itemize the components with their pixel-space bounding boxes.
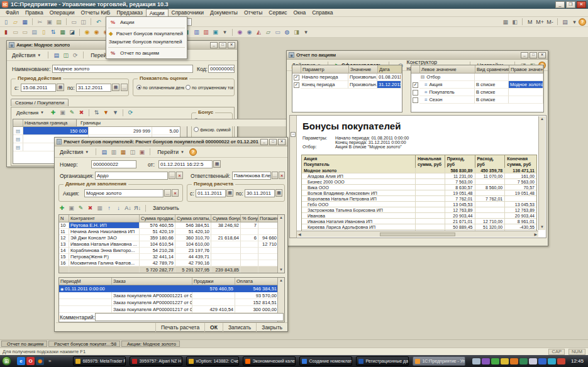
table-row[interactable]: Вика ООО8 630,578 560,0070,57 — [302, 185, 536, 190]
table-row[interactable]: Заказ покупателя АР000001221 от 09...93 … — [59, 292, 284, 299]
settings-icon[interactable]: ◨ — [292, 28, 301, 36]
copy-window-icon[interactable]: ◫ — [62, 51, 70, 59]
minimize-button[interactable]: _ — [260, 139, 268, 145]
undo-icon[interactable]: ↶ — [94, 18, 103, 26]
goto-button[interactable]: Перейти▼ — [154, 148, 187, 156]
chevron-icon[interactable]: » — [48, 358, 51, 364]
radio-fixed[interactable]: фиксир. суммой — [194, 127, 233, 132]
doc-teal-icon[interactable]: ▣ — [211, 28, 219, 36]
menu-item[interactable]: Файл — [3, 9, 22, 16]
post-icon[interactable]: ▥ — [109, 148, 118, 156]
save-close-icon[interactable]: ▤ — [52, 51, 60, 59]
report-book-icon[interactable]: ▮ — [2, 28, 10, 36]
print-doc-icon[interactable]: ▭ — [11, 28, 19, 36]
actions-button[interactable]: Действия▼ — [13, 109, 47, 117]
actions-button[interactable]: Действия▼ — [57, 148, 92, 156]
money-icon[interactable]: ◉ — [83, 28, 91, 36]
tab-bounds[interactable]: Границы — [76, 119, 306, 126]
opera-icon[interactable]: O — [26, 357, 35, 365]
exchange-icon[interactable]: ⇅ — [49, 28, 57, 36]
table-row[interactable]: Киреева Лариса Адольфовна ИП50 889,4551 … — [302, 224, 536, 230]
table-row[interactable]: Отбор — [411, 74, 543, 81]
tray-alert-icon[interactable] — [510, 358, 518, 364]
delete-icon[interactable]: ✖ — [86, 204, 94, 212]
close-button[interactable]: ✕ — [577, 1, 586, 8]
table-row[interactable]: 16Москвитина Галина Фаатов...42 789,7942… — [59, 260, 284, 266]
sheet-icon[interactable]: ▯ — [40, 28, 48, 36]
user-icon[interactable]: ◉ — [236, 28, 244, 36]
help-icon[interactable]: ? — [579, 18, 586, 26]
table-row[interactable]: 15Петрова(Женя Р.)32 441,1444 439,71 — [59, 254, 284, 260]
number-input[interactable]: 000000022 — [91, 160, 136, 168]
menu-item[interactable]: ◆Расчет бонусов покупателей — [106, 30, 187, 38]
table-row[interactable]: Агадова Алия ИП11 231,0011 070,00161,00 — [302, 173, 536, 179]
sort-za-icon[interactable]: Я↓ — [133, 204, 141, 212]
collapse-group-icon[interactable]: − — [291, 132, 296, 137]
taskbar-button[interactable]: Регистрационные да... — [356, 356, 409, 366]
calendar-icon[interactable]: ▦ — [213, 160, 221, 168]
paste-icon[interactable]: ▤ — [55, 18, 63, 26]
dialog-button[interactable]: Печать расчета — [155, 323, 204, 332]
filter-body[interactable]: Отбор✓АкцияВ спискеМодное золотоПокупате… — [411, 74, 543, 104]
calendar-icon[interactable]: ▦ — [275, 189, 282, 197]
table-row[interactable]: Воропаева Наталья Петровна ИП7 762,017 7… — [302, 196, 536, 202]
taskbar-button[interactable]: Экономический кале... — [243, 356, 296, 366]
table-row[interactable]: 13Иванова Наталья Ивановна ...104 610,54… — [59, 241, 284, 248]
table-row[interactable]: Левое значениеВид сравненияПравое значен… — [411, 65, 543, 74]
order-icon[interactable]: ⇅ — [92, 109, 101, 117]
table-row[interactable]: 150 000299 9995,00 — [13, 127, 187, 135]
start-button[interactable]: ⊞ — [2, 356, 11, 366]
copy-row-icon[interactable]: ▣ — [67, 204, 75, 212]
actions-button[interactable]: Действия▼ — [9, 51, 44, 60]
scrollbar-vertical[interactable]: ▲▼ — [277, 215, 284, 273]
menu-item[interactable]: Сервис — [265, 9, 290, 16]
minimize-button[interactable]: _ — [521, 52, 528, 58]
refresh-icon[interactable]: ⟳ — [126, 109, 135, 117]
save-icon[interactable]: ▦ — [21, 18, 29, 26]
firefox-icon[interactable]: ◉ — [36, 357, 44, 365]
add-icon[interactable]: ✚ — [58, 204, 66, 212]
sort-az-icon[interactable]: A↓ — [124, 204, 132, 212]
menu-item[interactable]: %Отчет по акциям — [106, 49, 187, 57]
grid-icon[interactable]: ▦ — [501, 18, 509, 26]
doc-date-input[interactable]: 01.12.2011 16:22:5 — [158, 160, 213, 168]
tray-green-icon[interactable] — [519, 358, 528, 364]
aktsiya-input[interactable]: Модное золото — [84, 189, 164, 197]
table-row[interactable]: Заказ покупателя АР000001217 от 01...429… — [59, 306, 284, 313]
taskbar-button[interactable]: 3959757: Alpari NZ H... — [130, 356, 182, 366]
table-icon[interactable]: ▦ — [58, 28, 67, 36]
user2-icon[interactable]: ◉ — [245, 28, 253, 36]
select-button[interactable]: ... — [272, 172, 278, 179]
tray-whatsapp-icon[interactable] — [491, 358, 499, 364]
doc-red-icon[interactable]: ▥ — [202, 28, 210, 36]
clear-icon[interactable]: × — [279, 172, 285, 179]
date-to-input[interactable]: 31.12.2011 — [76, 84, 111, 92]
tray-warning-icon[interactable] — [529, 358, 537, 364]
filter-settings-icon[interactable]: ▼ — [111, 109, 119, 117]
period-to-input[interactable]: 30.11.2011 — [245, 189, 275, 197]
cut-icon[interactable]: ✂ — [36, 18, 44, 26]
contractors-body[interactable]: 10Реутова Е.Н. ИП576 460,55546 384,5138 … — [59, 222, 284, 273]
table-row[interactable]: ✓АкцияВ спискеМодное золото — [411, 81, 543, 89]
params-body[interactable]: ✓Начало периодаПроизвольн...01.08.2011..… — [292, 74, 402, 89]
memory-minus-icon[interactable]: M- — [546, 18, 554, 26]
close-button[interactable]: ✕ — [278, 139, 286, 145]
scrollbar-horizontal[interactable]: ◀▶ — [297, 231, 538, 237]
table-row[interactable]: Модное золото586 830,89450 359,78136 471… — [302, 168, 536, 173]
window-tab[interactable]: Расчет бонусов покупат...:58 — [48, 341, 120, 347]
close-button[interactable]: ✕ — [228, 42, 235, 48]
new-doc-icon[interactable]: ▯ — [2, 18, 10, 26]
open-icon[interactable]: ▱ — [11, 18, 19, 26]
menu-item[interactable]: Документы — [207, 9, 241, 16]
table-row[interactable]: Гебо ООО13 045,5313 045,53 — [302, 202, 536, 207]
window-tab[interactable]: Акции: Модное золото — [121, 341, 180, 347]
copy-row-icon[interactable]: ▣ — [58, 109, 67, 117]
ie-icon[interactable]: e — [17, 357, 25, 365]
menu-item[interactable]: Отчеты — [241, 9, 265, 16]
maximize-button[interactable]: □ — [530, 52, 537, 58]
copy-icon[interactable]: ▣ — [138, 148, 146, 156]
dialog-button[interactable]: ОК — [204, 323, 223, 332]
report-outline-gutter[interactable]: − — [290, 116, 297, 238]
contractors-table[interactable]: NКонтрагентСумма продаж...Сумма оплаты, … — [58, 214, 285, 273]
close-button[interactable]: ✕ — [538, 52, 546, 58]
